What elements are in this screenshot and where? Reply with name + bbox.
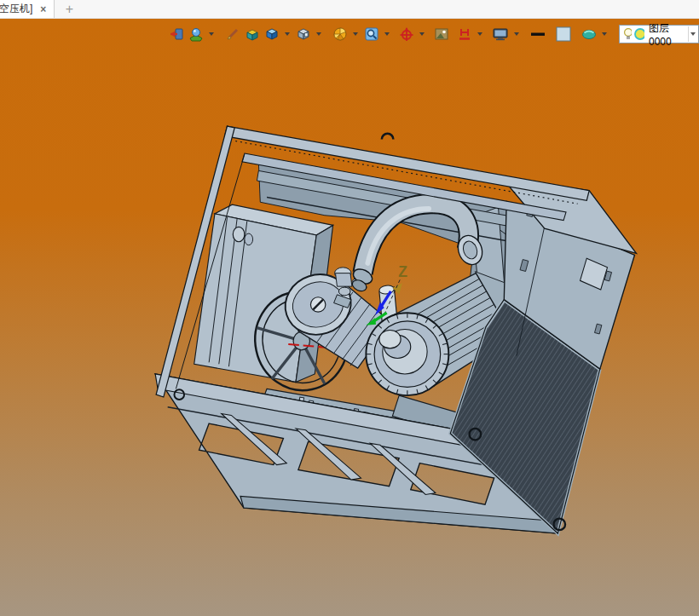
render-dropdown-caret[interactable]	[209, 32, 214, 36]
section-tool-button[interactable]	[456, 24, 473, 44]
brush-button[interactable]	[224, 24, 241, 44]
blue-cube-icon	[264, 26, 280, 42]
render-sphere-icon	[188, 26, 204, 42]
color-wheel-icon	[332, 26, 348, 42]
image-button[interactable]	[433, 24, 450, 44]
color-wheel-caret[interactable]	[353, 32, 358, 36]
axis-z-label: Z	[398, 263, 407, 280]
line-width-button[interactable]	[529, 24, 546, 44]
view-toolbar: 图层0000	[168, 23, 699, 45]
tab-close-icon[interactable]: ×	[40, 4, 46, 14]
export-door-button[interactable]	[168, 24, 185, 44]
document-tab[interactable]: 空压机] ×	[0, 0, 55, 18]
blue-cube-button[interactable]	[263, 24, 280, 44]
layer-name: 图层0000	[646, 21, 686, 48]
display-monitor-caret[interactable]	[514, 32, 519, 36]
tab-bar: 空压机] × +	[0, 0, 699, 19]
brush-icon	[225, 26, 240, 42]
display-monitor-button[interactable]	[491, 24, 510, 44]
layer-circle-icon	[633, 27, 644, 41]
display-monitor-icon	[492, 26, 509, 42]
cube-dropdown-caret[interactable]	[285, 32, 290, 36]
render-sphere-button[interactable]	[188, 24, 205, 44]
line-width-icon	[530, 26, 546, 42]
display-mode-caret[interactable]	[316, 32, 321, 36]
blank-square-button[interactable]	[554, 24, 573, 44]
shading-caret[interactable]	[602, 32, 607, 36]
3d-model-air-compressor[interactable]: Z	[0, 19, 699, 616]
cad-viewport[interactable]: Z	[0, 19, 699, 616]
zoom-magnifier-icon	[364, 26, 379, 42]
section-clamp-icon	[457, 26, 472, 42]
isometric-box-button[interactable]	[244, 24, 261, 44]
section-tool-caret[interactable]	[477, 32, 482, 36]
lightbulb-icon	[622, 27, 632, 41]
blank-square-icon	[555, 26, 572, 43]
zoom-tool-button[interactable]	[363, 24, 380, 44]
image-photo-icon	[434, 26, 449, 42]
cube-display-button[interactable]	[295, 24, 312, 44]
layer-combo[interactable]: 图层0000	[619, 25, 699, 43]
document-tab-label: 空压机]	[0, 2, 32, 16]
export-door-icon	[169, 26, 184, 42]
positioning-caret[interactable]	[419, 32, 425, 36]
color-wheel-button[interactable]	[332, 24, 349, 44]
cube-display-icon	[296, 26, 311, 42]
isometric-box-icon	[245, 26, 260, 42]
new-tab-button[interactable]: +	[55, 0, 84, 18]
positioning-button[interactable]	[398, 24, 415, 44]
shading-button[interactable]	[581, 24, 598, 44]
layer-combo-dropdown[interactable]	[688, 26, 697, 42]
shading-shell-icon	[581, 26, 597, 42]
positioning-compass-icon	[399, 26, 414, 42]
zoom-tool-caret[interactable]	[384, 32, 390, 36]
